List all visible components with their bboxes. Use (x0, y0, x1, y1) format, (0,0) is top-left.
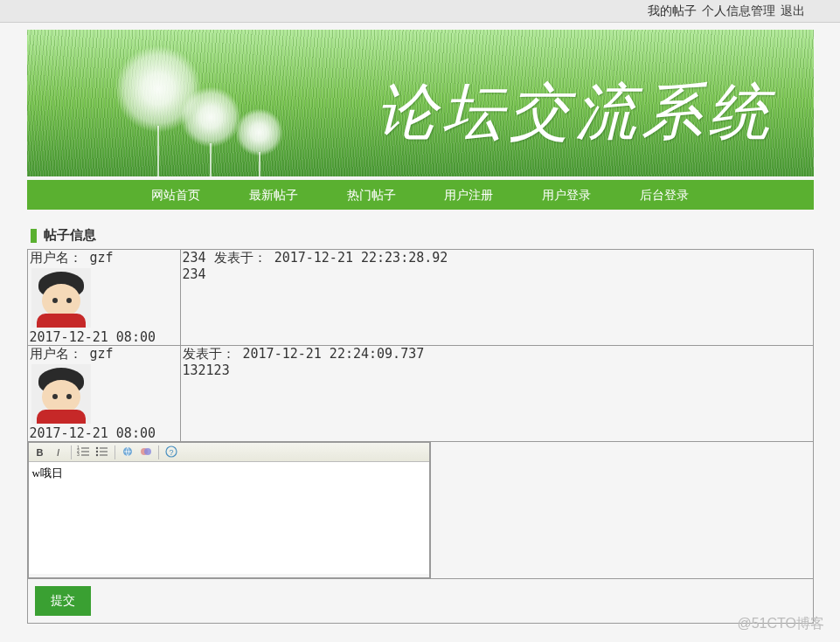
dandelion-icon (235, 108, 283, 156)
watermark: @51CTO博客 (737, 615, 824, 624)
editor-row: B I 123 (27, 442, 813, 579)
editor-toolbar: B I 123 (29, 443, 429, 462)
post-content-cell: 234 发表于： 2017-12-21 22:23:28.92 234 (180, 250, 813, 346)
unordered-list-icon[interactable] (94, 445, 110, 460)
user-reg-date: 2017-12-21 08:00 (30, 425, 178, 441)
avatar (31, 268, 91, 328)
post-table: 用户名： gzf 2017-12-21 08:00 234 发表于： 2017-… (27, 249, 814, 624)
user-cell: 用户名： gzf 2017-12-21 08:00 (27, 346, 180, 442)
image-icon[interactable] (138, 445, 154, 460)
nav-latest[interactable]: 最新帖子 (232, 180, 316, 210)
site-title: 论坛交流系统 (376, 72, 774, 154)
link-icon[interactable] (120, 445, 135, 460)
nav-logout[interactable]: 退出 (781, 3, 805, 17)
submit-button[interactable]: 提交 (35, 586, 91, 616)
editor: B I 123 (28, 442, 430, 578)
svg-text:?: ? (169, 448, 173, 457)
ordered-list-icon[interactable]: 123 (76, 445, 92, 460)
nav-login[interactable]: 用户登录 (524, 180, 608, 210)
user-cell: 用户名： gzf 2017-12-21 08:00 (27, 250, 180, 346)
nav-admin[interactable]: 后台登录 (622, 180, 706, 210)
main-nav: 网站首页 最新帖子 热门帖子 用户注册 用户登录 后台登录 (27, 180, 814, 210)
nav-my-posts[interactable]: 我的帖子 (648, 3, 697, 17)
top-nav: 我的帖子 个人信息管理 退出 (0, 0, 840, 23)
nav-profile[interactable]: 个人信息管理 (702, 3, 775, 17)
post-content-cell: 发表于： 2017-12-21 22:24:09.737 132123 (180, 346, 813, 442)
editor-textarea[interactable] (29, 462, 429, 574)
help-icon[interactable]: ? (163, 445, 179, 460)
post-body: 132123 (183, 362, 811, 378)
nav-hot[interactable]: 热门帖子 (330, 180, 413, 210)
dandelion-icon (180, 86, 241, 148)
section-title: 帖子信息 (27, 227, 814, 244)
italic-button[interactable]: I (51, 445, 66, 460)
svg-point-8 (144, 448, 151, 455)
post-body: 234 (183, 266, 811, 282)
banner: 论坛交流系统 (27, 30, 814, 176)
nav-register[interactable]: 用户注册 (427, 180, 510, 210)
avatar (31, 364, 91, 424)
svg-point-4 (95, 450, 97, 452)
username: gzf (90, 250, 114, 266)
submit-row: 提交 (27, 579, 813, 624)
svg-text:3: 3 (77, 452, 80, 457)
username: gzf (90, 346, 114, 362)
post-header: 发表于： 2017-12-21 22:24:09.737 (183, 346, 811, 362)
table-row: 用户名： gzf 2017-12-21 08:00 发表于： 2017-12-2… (27, 346, 813, 442)
nav-home[interactable]: 网站首页 (134, 180, 218, 210)
bold-button[interactable]: B (32, 445, 48, 460)
table-row: 用户名： gzf 2017-12-21 08:00 234 发表于： 2017-… (27, 250, 813, 346)
user-reg-date: 2017-12-21 08:00 (30, 329, 178, 345)
svg-point-3 (95, 446, 97, 448)
post-header: 234 发表于： 2017-12-21 22:23:28.92 (183, 250, 811, 266)
svg-point-5 (95, 453, 97, 455)
